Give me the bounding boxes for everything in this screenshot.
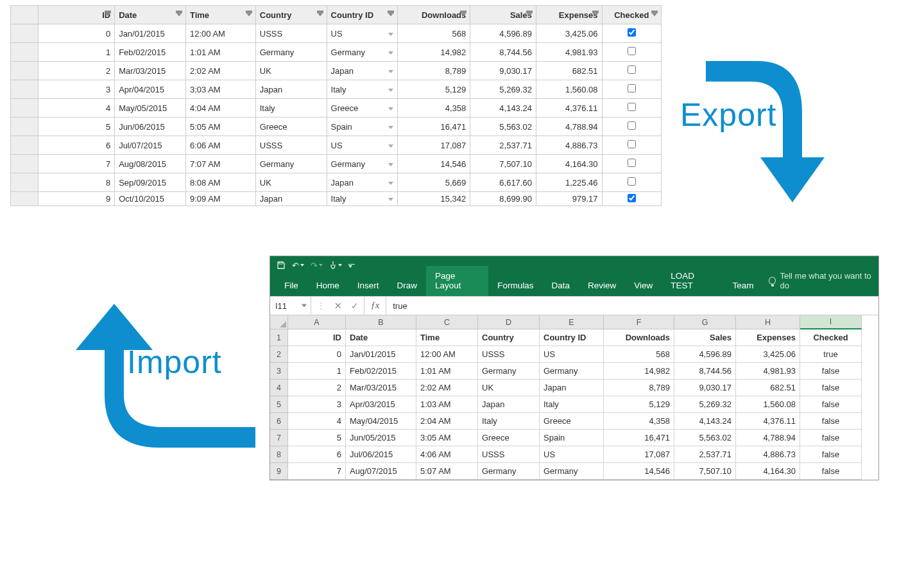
row-header[interactable] [11,99,38,118]
cell[interactable]: 7,507.10 [674,463,736,480]
dropdown-icon[interactable] [388,198,393,201]
cell[interactable]: 4,358 [604,413,674,430]
cell-country[interactable]: Germany [255,43,327,62]
cell-sales[interactable]: 8,699.90 [470,192,536,206]
row-header[interactable]: 9 [270,463,288,480]
cell[interactable]: Sales [674,329,736,346]
cell-dl[interactable]: 17,087 [398,136,470,155]
checkbox[interactable] [628,194,636,202]
dropdown-icon[interactable] [388,182,393,185]
cell-id[interactable]: 2 [38,62,115,80]
redo-icon[interactable]: ↷ [311,261,323,270]
col-header-D[interactable]: D [478,315,540,329]
col-header-F[interactable]: F [604,315,674,329]
checkbox[interactable] [628,84,636,92]
cell[interactable]: 0 [288,346,346,363]
cell-id[interactable]: 0 [38,24,115,43]
dropdown-icon[interactable] [388,70,393,73]
cell-date[interactable]: Jul/07/2015 [115,136,186,155]
cell-sales[interactable]: 4,596.89 [470,24,536,43]
cell[interactable]: 4,376.11 [736,413,800,430]
cell[interactable]: false [800,446,862,463]
cell-time[interactable]: 3:03 AM [185,80,255,99]
cell-date[interactable]: Jan/01/2015 [115,24,186,43]
cell-exp[interactable]: 4,376.11 [536,99,602,118]
cell-time[interactable]: 8:08 AM [185,173,255,192]
cell-date[interactable]: Aug/08/2015 [115,155,186,173]
cell[interactable]: 12:00 AM [416,346,478,363]
table-row[interactable]: 2Mar/03/20152:02 AMUKJapan8,7899,030.176… [11,62,662,80]
tab-team[interactable]: Team [723,276,762,296]
cell[interactable]: false [800,413,862,430]
cell-sales[interactable]: 4,143.24 [470,99,536,118]
cell[interactable]: Country ID [540,329,604,346]
checkbox[interactable] [628,140,636,148]
cell[interactable]: 4,164.30 [736,463,800,480]
cell[interactable]: 17,087 [604,446,674,463]
cell-date[interactable]: Apr/04/2015 [115,80,186,99]
tab-data[interactable]: Data [542,276,579,296]
cell[interactable]: 8,744.56 [674,363,736,380]
dropdown-icon[interactable] [388,126,393,129]
cell-country[interactable]: USSS [255,24,327,43]
cell[interactable]: May/04/2015 [346,413,416,430]
cell-cid[interactable]: Italy [327,192,398,206]
tab-review[interactable]: Review [579,276,625,296]
row-header[interactable]: 8 [270,446,288,463]
cell-country[interactable]: Greece [255,118,327,136]
dropdown-icon[interactable] [388,89,393,92]
column-header-downloads[interactable]: Downloads [398,6,470,24]
cell[interactable]: USSS [478,346,540,363]
cell-time[interactable]: 9:09 AM [185,192,255,206]
cell[interactable]: 5,269.32 [674,396,736,413]
table-row[interactable]: 9Oct/10/20159:09 AMJapanItaly15,3428,699… [11,192,662,206]
cell[interactable]: 5,563.02 [674,430,736,446]
cell-dl[interactable]: 5,669 [398,173,470,192]
cell-exp[interactable]: 4,164.30 [536,155,602,173]
cell-cid[interactable]: Japan [327,173,398,192]
cell-dl[interactable]: 5,129 [398,80,470,99]
table-row[interactable]: 1Feb/02/20151:01 AMGermanyGermany14,9828… [11,43,662,62]
filter-icon[interactable] [318,13,323,17]
column-header-country[interactable]: Country [255,6,327,24]
cell[interactable]: 4,886.73 [736,446,800,463]
name-box[interactable]: I11 [270,297,311,315]
row-header[interactable] [11,192,38,206]
cell-exp[interactable]: 682.51 [536,62,602,80]
cell-sales[interactable]: 2,537.71 [470,136,536,155]
checkbox[interactable] [628,28,636,37]
row-header[interactable] [11,80,38,99]
cell-checked[interactable] [602,118,661,136]
column-header-date[interactable]: Date [115,6,186,24]
cell[interactable]: 2 [288,380,346,396]
cell-cid[interactable]: Italy [327,80,398,99]
cell-checked[interactable] [602,192,661,206]
cell[interactable]: Date [346,329,416,346]
col-header-I[interactable]: I [800,315,862,329]
cell[interactable]: Greece [540,413,604,430]
cell-exp[interactable]: 4,886.73 [536,136,602,155]
column-header-time[interactable]: Time [185,6,255,24]
qat-customize-icon[interactable] [348,263,352,268]
cell-country[interactable]: Italy [255,99,327,118]
table-row[interactable]: 0Jan/01/201512:00 AMUSSSUS5684,596.893,4… [11,24,662,43]
cell[interactable]: Country [478,329,540,346]
cell[interactable]: Expenses [736,329,800,346]
cell-checked[interactable] [602,80,661,99]
table-row[interactable]: 6Jul/07/20156:06 AMUSSSUS17,0872,537.714… [11,136,662,155]
cell-time[interactable]: 4:04 AM [185,99,255,118]
cell-cid[interactable]: Greece [327,99,398,118]
cell[interactable]: Italy [478,413,540,430]
cell[interactable]: 682.51 [736,380,800,396]
cell[interactable]: Jul/06/2015 [346,446,416,463]
col-header-B[interactable]: B [346,315,416,329]
checkbox[interactable] [628,66,636,74]
cell[interactable]: Greece [478,430,540,446]
cancel-icon[interactable]: ✕ [334,301,342,311]
checkbox[interactable] [628,121,636,130]
tab-draw[interactable]: Draw [388,276,427,296]
cell-exp[interactable]: 3,425.06 [536,24,602,43]
cell-sales[interactable]: 5,269.32 [470,80,536,99]
dropdown-icon[interactable] [388,33,393,36]
cell-id[interactable]: 6 [38,136,115,155]
